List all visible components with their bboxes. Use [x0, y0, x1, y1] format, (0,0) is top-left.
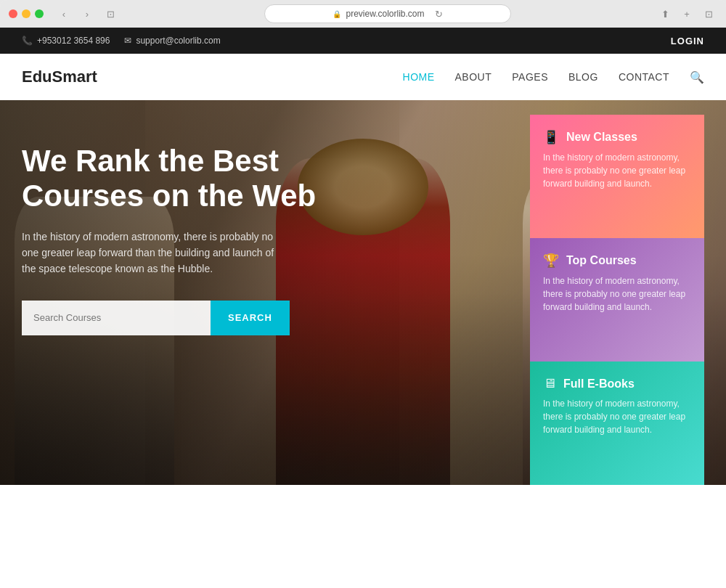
website: 📞 +953012 3654 896 ✉ support@colorlib.co…: [0, 28, 726, 588]
login-button[interactable]: LOGIN: [671, 36, 704, 46]
browser-window: ‹ › ⊡ 🔒 preview.colorlib.com ↻ ⬆ + ⊡: [0, 0, 726, 28]
search-icon[interactable]: 🔍: [690, 70, 704, 84]
hero-subtitle: In the history of modern astronomy, ther…: [22, 229, 283, 277]
hero-search: SEARCH: [22, 301, 356, 335]
forward-button[interactable]: ›: [78, 5, 96, 23]
address-bar[interactable]: 🔒 preview.colorlib.com ↻: [264, 4, 511, 23]
tabs-button[interactable]: ⊡: [700, 5, 717, 23]
top-bar-left: 📞 +953012 3654 896 ✉ support@colorlib.co…: [22, 36, 221, 46]
browser-titlebar: ‹ › ⊡ 🔒 preview.colorlib.com ↻ ⬆ + ⊡: [0, 0, 726, 28]
feature-card-header-1: 📱 New Classes: [543, 129, 691, 145]
nav-link-blog[interactable]: BLOG: [568, 71, 598, 83]
feature-card-ebooks[interactable]: 🖥 Full E-Books In the history of modern …: [530, 362, 704, 485]
share-button[interactable]: ⬆: [656, 5, 674, 23]
nav-link-pages[interactable]: PAGES: [512, 71, 548, 83]
reload-icon[interactable]: ↻: [435, 9, 443, 20]
top-courses-desc: In the history of modern astronomy, ther…: [543, 274, 691, 314]
hero-text: We Rank the Best Courses on the Web In t…: [22, 144, 356, 335]
top-courses-title: Top Courses: [566, 254, 637, 267]
ebooks-desc: In the history of modern astronomy, ther…: [543, 397, 691, 436]
email-info: ✉ support@colorlib.com: [124, 36, 220, 46]
traffic-lights: [9, 9, 44, 18]
ebooks-icon: 🖥: [543, 376, 556, 391]
email-icon: ✉: [124, 36, 131, 46]
new-tab-button[interactable]: +: [678, 5, 696, 23]
sidebar-toggle[interactable]: ⊡: [102, 5, 119, 23]
nav-link-about[interactable]: ABOUT: [455, 71, 492, 83]
email-address: support@colorlib.com: [136, 36, 220, 46]
feature-cards: 📱 New Classes In the history of modern a…: [530, 115, 704, 485]
maximize-button[interactable]: [35, 9, 44, 18]
new-classes-title: New Classes: [566, 131, 637, 144]
feature-card-top-courses[interactable]: 🏆 Top Courses In the history of modern a…: [530, 238, 704, 362]
hero-section: We Rank the Best Courses on the Web In t…: [0, 100, 726, 485]
phone-number: +953012 3654 896: [37, 36, 110, 46]
browser-actions: ⬆ + ⊡: [656, 5, 717, 23]
nav-link-contact[interactable]: CONTACT: [619, 71, 669, 83]
search-button[interactable]: SEARCH: [211, 301, 290, 335]
bottom-section: [0, 485, 726, 585]
navigation: EduSmart HOME ABOUT PAGES BLOG CONTACT 🔍: [0, 54, 726, 100]
address-bar-container: 🔒 preview.colorlib.com ↻: [125, 4, 650, 23]
minimize-button[interactable]: [22, 9, 30, 18]
top-courses-icon: 🏆: [543, 253, 559, 269]
nav-links: HOME ABOUT PAGES BLOG CONTACT 🔍: [403, 70, 704, 84]
close-button[interactable]: [9, 9, 17, 18]
phone-info: 📞 +953012 3654 896: [22, 36, 110, 46]
phone-icon: 📞: [22, 36, 33, 46]
lock-icon: 🔒: [333, 10, 341, 18]
ebooks-title: Full E-Books: [563, 377, 635, 391]
site-logo[interactable]: EduSmart: [22, 68, 97, 86]
new-classes-icon: 📱: [543, 129, 559, 145]
feature-card-header-2: 🏆 Top Courses: [543, 253, 691, 269]
feature-card-new-classes[interactable]: 📱 New Classes In the history of modern a…: [530, 115, 704, 238]
new-classes-desc: In the history of modern astronomy, ther…: [543, 151, 691, 190]
nav-link-home[interactable]: HOME: [403, 71, 435, 83]
top-bar: 📞 +953012 3654 896 ✉ support@colorlib.co…: [0, 28, 726, 54]
back-button[interactable]: ‹: [55, 5, 73, 23]
hero-title: We Rank the Best Courses on the Web: [22, 144, 356, 214]
url-text: preview.colorlib.com: [346, 9, 424, 19]
search-input[interactable]: [22, 301, 211, 335]
feature-card-header-3: 🖥 Full E-Books: [543, 376, 691, 391]
